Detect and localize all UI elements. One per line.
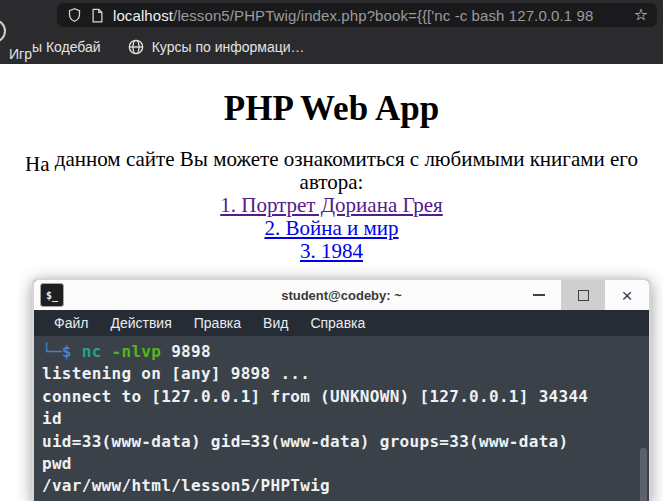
terminal-window: $_ student@codeby: ~ × Файл Действия Пра… xyxy=(32,278,651,501)
terminal-menubar: Файл Действия Правка Вид Справка xyxy=(34,310,649,336)
url-host: localhost xyxy=(113,7,173,24)
terminal-output-area[interactable]: └─$ nc -nlvp 9898 listening on [any] 989… xyxy=(34,336,649,501)
minimize-icon xyxy=(533,294,545,296)
book-link-1984[interactable]: 3. 1984 xyxy=(0,240,663,263)
terminal-output-line: pwd xyxy=(42,453,649,475)
terminal-output-line: id xyxy=(42,408,649,430)
screenshot-root: localhost/lesson5/PHPTwig/index.php?book… xyxy=(0,0,663,501)
intro-text-head: На xyxy=(25,152,50,176)
menu-actions[interactable]: Действия xyxy=(99,315,182,331)
book-links: 1. Портрет Дориана Грея 2. Война и мир 3… xyxy=(0,194,663,263)
terminal-app-icon: $_ xyxy=(40,283,64,307)
bookmark-star-icon[interactable]: ☆ xyxy=(634,7,648,23)
url-fade-overlay xyxy=(594,3,632,27)
maximize-icon xyxy=(578,290,589,301)
window-controls: × xyxy=(517,280,649,310)
page-title: PHP Web App xyxy=(0,89,663,129)
book-link-war-and-peace[interactable]: 2. Война и мир xyxy=(0,217,663,240)
bookmark-courses[interactable]: Курсы по информаци… xyxy=(128,39,305,55)
bookmark-codeby[interactable]: Игры Кодебай xyxy=(9,39,101,55)
bookmarks-bar: Игры Кодебай Курсы по информаци… xyxy=(0,30,663,64)
url-path: /lesson5/PHPTwig/index.php?book={{['nc -… xyxy=(173,7,593,24)
command-arg: 9898 xyxy=(171,342,211,361)
terminal-output-line: uid=33(www-data) gid=33(www-data) groups… xyxy=(42,431,649,453)
shell-prompt: └─$ xyxy=(42,342,82,361)
bookmark-codeby-label-tail: ы Кодебай xyxy=(32,39,101,55)
terminal-output-line: connect to [127.0.0.1] from (UNKNOWN) [1… xyxy=(42,386,649,408)
page-info-icon[interactable] xyxy=(91,8,104,23)
bookmark-courses-label: Курсы по информаци… xyxy=(152,39,305,55)
menu-view[interactable]: Вид xyxy=(252,315,299,331)
maximize-button[interactable] xyxy=(561,280,605,310)
menu-edit[interactable]: Правка xyxy=(183,315,252,331)
command-name: nc xyxy=(82,342,112,361)
intro-text: На данном сайте Вы можете ознакомиться с… xyxy=(0,148,663,194)
bookmark-codeby-label-head: Игр xyxy=(9,46,32,62)
terminal-output-line: listening on [any] 9898 ... xyxy=(42,363,649,385)
terminal-command-line: └─$ nc -nlvp 9898 xyxy=(42,341,649,363)
menu-help[interactable]: Справка xyxy=(299,315,376,331)
globe-icon xyxy=(128,39,144,55)
shield-icon[interactable] xyxy=(67,7,82,23)
terminal-scrollbar[interactable] xyxy=(640,448,647,501)
close-button[interactable]: × xyxy=(605,280,649,310)
browser-toolbar: localhost/lesson5/PHPTwig/index.php?book… xyxy=(0,0,663,64)
minimize-button[interactable] xyxy=(517,280,561,310)
close-icon: × xyxy=(621,286,632,305)
book-link-dorian-gray[interactable]: 1. Портрет Дориана Грея xyxy=(0,194,663,217)
terminal-titlebar[interactable]: $_ student@codeby: ~ × xyxy=(34,280,649,310)
command-flags: -nlvp xyxy=(112,342,172,361)
intro-text-tail: данном сайте Вы можете ознакомиться с лю… xyxy=(50,147,638,194)
terminal-output-line: /var/www/html/lesson5/PHPTwig xyxy=(42,475,649,497)
url-text[interactable]: localhost/lesson5/PHPTwig/index.php?book… xyxy=(113,3,632,27)
menu-file[interactable]: Файл xyxy=(43,315,99,331)
address-bar[interactable]: localhost/lesson5/PHPTwig/index.php?book… xyxy=(57,3,657,27)
